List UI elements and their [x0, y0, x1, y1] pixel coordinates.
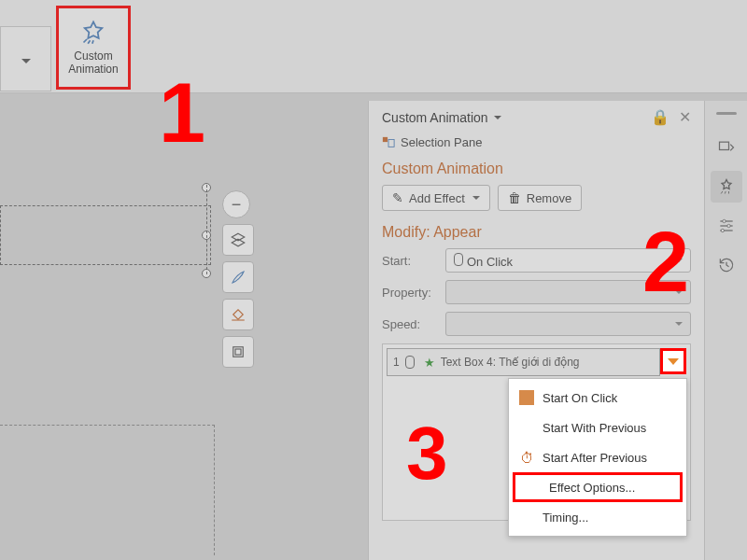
svg-rect-5: [235, 349, 241, 355]
svg-line-9: [721, 191, 723, 194]
item-dropdown-button[interactable]: [660, 348, 686, 374]
property-select: [445, 280, 691, 304]
chevron-down-icon: [668, 358, 679, 365]
menu-label: Timing...: [543, 511, 588, 525]
chevron-down-icon: [675, 322, 683, 326]
property-label: Property:: [382, 286, 436, 300]
clock-icon: ⏱: [518, 450, 535, 466]
pane-title-text: Custom Animation: [382, 110, 488, 125]
menu-start-on-click[interactable]: Start On Click: [509, 383, 686, 413]
sliders-icon[interactable]: [711, 210, 742, 242]
mouse-icon: [454, 253, 463, 266]
ribbon-prev-group[interactable]: [0, 26, 51, 91]
custom-animation-label-1: Custom: [74, 49, 112, 63]
menu-label: Start With Previous: [543, 421, 646, 435]
menu-start-with-previous[interactable]: Start With Previous: [509, 413, 686, 442]
star-icon: ★: [424, 356, 435, 370]
context-menu: Start On Click Start With Previous ⏱ Sta…: [508, 378, 687, 537]
chevron-down-icon: [675, 259, 683, 262]
add-effect-button[interactable]: ✎ Add Effect: [382, 185, 490, 211]
pencil-icon: ✎: [392, 190, 403, 205]
svg-rect-4: [233, 347, 244, 357]
menu-timing[interactable]: Timing...: [509, 502, 686, 532]
custom-animation-label-2: Animation: [68, 63, 118, 76]
selected-textbox[interactable]: [0, 205, 211, 265]
selection-pane-link[interactable]: Selection Pane: [382, 135, 691, 149]
mouse-icon: [519, 390, 534, 405]
svg-point-13: [722, 219, 725, 222]
slide-transition-icon[interactable]: [711, 132, 742, 163]
bucket-icon[interactable]: [222, 299, 254, 330]
remove-button[interactable]: 🗑 Remove: [498, 185, 582, 211]
lock-icon[interactable]: 🔒: [651, 108, 669, 126]
menu-label: Effect Options...: [549, 481, 635, 495]
menu-start-after-previous[interactable]: ⏱ Start After Previous: [509, 442, 686, 472]
svg-line-10: [725, 191, 726, 194]
brush-icon[interactable]: [222, 261, 254, 293]
slide-canvas: −: [0, 168, 317, 336]
speed-label: Speed:: [382, 317, 436, 331]
placeholder-area: [0, 425, 215, 555]
item-text: Text Box 4: Thế giới di động: [441, 356, 580, 369]
start-label: Start:: [382, 254, 436, 268]
custom-animation-pane: Custom Animation 🔒 ✕ Selection Pane Cust…: [368, 101, 704, 560]
item-order: 1: [393, 356, 400, 369]
mouse-icon: [405, 356, 415, 369]
remove-label: Remove: [527, 191, 571, 205]
add-effect-label: Add Effect: [409, 191, 465, 205]
layers-icon[interactable]: [222, 224, 254, 256]
animation-list: 1 ★ Text Box 4: Thế giới di động Start O…: [382, 343, 691, 521]
custom-animation-button[interactable]: Custom Animation: [56, 6, 131, 90]
history-icon[interactable]: [711, 249, 742, 281]
svg-line-1: [88, 40, 90, 44]
animation-star-icon[interactable]: [711, 171, 742, 203]
svg-point-15: [726, 224, 729, 227]
svg-point-17: [721, 229, 724, 231]
close-icon[interactable]: ✕: [679, 108, 691, 126]
start-value: On Click: [467, 255, 513, 269]
selection-pane-label: Selection Pane: [401, 135, 482, 149]
star-wand-icon: [80, 20, 106, 46]
svg-rect-6: [383, 136, 388, 141]
crop-icon[interactable]: [222, 336, 254, 368]
floating-toolbar: −: [222, 190, 254, 368]
chevron-down-icon: [494, 116, 501, 119]
speed-select: [445, 312, 691, 336]
svg-line-2: [92, 40, 93, 44]
guide-line: [206, 185, 207, 274]
drag-handle-icon[interactable]: [716, 112, 737, 115]
svg-rect-8: [719, 142, 728, 149]
pane-title[interactable]: Custom Animation: [382, 110, 501, 125]
start-select[interactable]: On Click: [445, 248, 691, 273]
svg-line-0: [84, 39, 88, 43]
section-title: Custom Animation: [382, 161, 691, 177]
right-rail: [704, 101, 747, 560]
selection-pane-icon: [382, 136, 395, 149]
animation-list-item[interactable]: 1 ★ Text Box 4: Thế giới di động: [387, 348, 660, 376]
ribbon: Custom Animation: [0, 0, 747, 93]
trash-icon: 🗑: [508, 190, 521, 205]
chevron-down-icon: [472, 196, 480, 200]
modify-title: Modify: Appear: [382, 224, 691, 241]
svg-rect-7: [388, 139, 394, 147]
menu-label: Start On Click: [543, 391, 617, 405]
collapse-icon[interactable]: −: [222, 190, 250, 218]
menu-effect-options[interactable]: Effect Options...: [513, 472, 683, 502]
chevron-down-icon: [675, 290, 683, 294]
menu-label: Start After Previous: [543, 451, 647, 465]
